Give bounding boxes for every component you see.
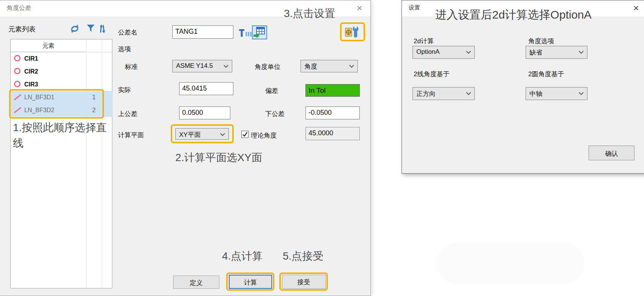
settings-icon[interactable] — [345, 25, 361, 38]
options-label: 选项 — [118, 45, 131, 53]
annotation-step4: 4.点计算 — [222, 249, 263, 263]
selection-highlight-box — [9, 89, 104, 119]
calculate-button[interactable]: 计算 — [229, 275, 272, 289]
calc-plane-select[interactable]: XY平面 — [175, 128, 229, 140]
app-background: 角度公差 × 元素列表 — [0, 0, 644, 296]
chevron-down-icon — [220, 131, 225, 136]
settings-dialog: 设置 × 进入设置后2d计算选择OptionA 2d计算 角度选项 Option… — [402, 0, 644, 174]
chevron-down-icon — [579, 49, 584, 54]
element-list-label: 元素列表 — [8, 25, 36, 34]
angle-unit-label: 角度单位 — [255, 63, 280, 71]
annotation-step2: 2.计算平面选XY面 — [175, 150, 262, 165]
actual-label: 实际 — [118, 86, 131, 94]
angle-unit-select[interactable]: 角度 — [301, 60, 358, 72]
angle-option-select[interactable]: 缺省 — [526, 46, 587, 59]
report-table-icon[interactable] — [252, 25, 267, 39]
standard-label: 标准 — [125, 63, 138, 71]
refresh-icon[interactable] — [69, 24, 80, 34]
watermark-smudge — [436, 243, 584, 284]
chevron-down-icon — [349, 63, 354, 68]
close-icon[interactable]: × — [353, 2, 366, 14]
field-2circle-angle-label: 2圆角度基于 — [528, 70, 564, 78]
close-icon[interactable]: × — [630, 2, 642, 14]
field-angle-option-label: 角度选项 — [528, 37, 554, 45]
deviation-status-badge: In Tol — [305, 84, 360, 97]
sort-icon[interactable] — [98, 24, 107, 34]
filter-icon[interactable] — [87, 24, 95, 33]
chevron-down-icon — [579, 90, 584, 95]
upper-tolerance-label: 上公差 — [118, 110, 137, 118]
confirm-button[interactable]: 确认 — [589, 146, 635, 160]
theoretical-angle-checkbox[interactable] — [241, 131, 249, 138]
element-column-header: 元素 — [11, 39, 86, 52]
text-label-icon[interactable] — [239, 28, 252, 38]
tolerance-name-input[interactable]: TANG1 — [172, 25, 233, 39]
field-2line-angle-label: 2线角度基于 — [414, 70, 449, 78]
accept-button[interactable]: 接受 — [282, 275, 326, 289]
chevron-down-icon — [466, 90, 471, 95]
field-2d-calc-label: 2d计算 — [414, 37, 434, 45]
2line-angle-select[interactable]: 正方向 — [413, 87, 475, 100]
2circle-angle-select[interactable]: 中轴 — [526, 87, 587, 100]
annotation-step3: 3.点击设置 — [284, 6, 335, 21]
lower-tolerance-label: 下公差 — [265, 110, 285, 118]
list-item-cir1[interactable]: CIR1 — [11, 52, 113, 65]
lower-tolerance-input[interactable]: -0.0500 — [305, 106, 360, 119]
theoretical-angle-label: 理论角度 — [251, 131, 277, 140]
dialog-title: 角度公差 — [7, 4, 31, 12]
chevron-down-icon — [466, 49, 471, 54]
chevron-down-icon — [224, 63, 228, 68]
actual-value-input[interactable]: 45.0415 — [179, 82, 233, 95]
upper-tolerance-input[interactable]: 0.0500 — [179, 106, 230, 119]
circle-feature-icon — [14, 81, 20, 87]
define-button[interactable]: 定义 — [173, 276, 219, 289]
theoretical-angle-value: 45.0000 — [305, 127, 360, 140]
annotation-step5: 5.点接受 — [283, 249, 323, 263]
angle-tolerance-dialog: 角度公差 × 元素列表 — [0, 0, 371, 296]
deviation-label: 偏差 — [265, 86, 278, 95]
dialog-title: 设置 — [409, 4, 420, 11]
circle-feature-icon — [14, 55, 20, 61]
list-item-cir2[interactable]: CIR2 — [11, 65, 113, 78]
tolerance-name-label: 公差名 — [118, 28, 137, 37]
calc-plane-label: 计算平面 — [118, 131, 144, 139]
2d-calc-select[interactable]: OptionA — [413, 46, 475, 59]
settings-annotation: 进入设置后2d计算选择OptionA — [435, 7, 592, 23]
standard-select[interactable]: ASME Y14.5 — [172, 60, 232, 72]
annotation-step1: 1.按照此顺序选择直线 — [13, 120, 111, 151]
element-list: 元素 CIR1 CIR2 CIR3 LN_BF3D1 1 — [10, 39, 112, 288]
circle-feature-icon — [14, 68, 20, 74]
